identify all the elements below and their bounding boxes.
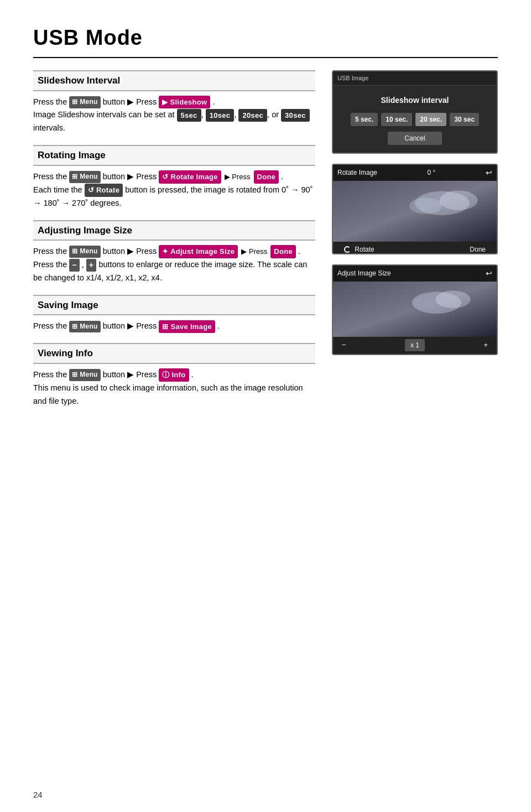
text-image-slideshow: Image Slideshow intervals can be set at [33, 110, 175, 119]
rotate-button-inline[interactable]: ↺ Rotate [85, 184, 123, 196]
plus-screen-button[interactable]: + [483, 340, 488, 351]
svg-point-2 [439, 190, 477, 210]
text-press-the-1: Press the [33, 97, 67, 106]
adjust-back-icon[interactable]: ↩ [486, 268, 492, 279]
menu-button-4[interactable]: ⊞ Menu [69, 321, 100, 333]
interval-30sec: 30sec [281, 109, 310, 122]
menu-button-3[interactable]: ⊞ Menu [69, 246, 100, 258]
adjust-screen-body: Adjust Image Size ↩ [333, 266, 497, 354]
menu-button-2[interactable]: ⊞ Menu [69, 171, 100, 183]
rotate-label[interactable]: Rotate [344, 244, 374, 254]
section-title-adjusting-image-size: Adjusting Image Size [33, 220, 315, 241]
screen-10sec[interactable]: 10 sec. [381, 113, 412, 126]
screen-30sec[interactable]: 30 sec [450, 113, 479, 126]
section-saving-image: Saving Image Press the ⊞ Menu button ▶ P… [33, 295, 315, 333]
adjust-controls-row: − x 1 + [333, 337, 497, 353]
text-press-the-5: Press the [33, 321, 67, 330]
section-title-slideshow-interval: Slideshow Interval [33, 70, 315, 91]
scale-label: x 1 [405, 339, 425, 351]
text-press-the-3: Press the [33, 247, 67, 256]
adjust-screen-title: Adjust Image Size [337, 268, 391, 278]
left-column: Slideshow Interval Press the ⊞ Menu butt… [33, 70, 315, 418]
interval-20sec: 20sec [238, 109, 267, 122]
section-body-adjusting-image-size: Press the ⊞ Menu button ▶ Press ✦ Adjust… [33, 245, 315, 285]
screen-20sec[interactable]: 20 sec. [415, 113, 446, 126]
section-title-rotating-image: Rotating Image [33, 145, 315, 166]
section-body-saving-image: Press the ⊞ Menu button ▶ Press ⊞ Save I… [33, 320, 315, 333]
text-dot-2: . [281, 172, 283, 181]
rotate-screen-body: Rotate Image 0 ° ↩ [333, 165, 497, 253]
screen-header-slideshow: USB Image [333, 71, 497, 86]
rotate-image-svg [333, 181, 497, 242]
arrow-right-2: ▶ Press [225, 171, 251, 183]
interval-5sec: 5sec [177, 109, 201, 122]
section-body-rotating-image: Press the ⊞ Menu button ▶ Press ↺ Rotate… [33, 170, 315, 210]
section-body-slideshow-interval: Press the ⊞ Menu button ▶ Press ▶ Slides… [33, 96, 315, 136]
done-button-rotate[interactable]: Done [254, 170, 279, 183]
text-this-menu: This menu is used to check image informa… [33, 383, 303, 405]
section-body-viewing-info: Press the ⊞ Menu button ▶ Press ⓘ Info .… [33, 368, 315, 408]
save-image-button[interactable]: ⊞ Save Image [159, 320, 215, 333]
text-button-press-5: button ▶ Press [103, 370, 157, 379]
text-comma-adjust: , [82, 260, 84, 269]
adjust-image-size-button[interactable]: ✦ Adjust Image Size [159, 245, 238, 258]
section-rotating-image: Rotating Image Press the ⊞ Menu button ▶… [33, 145, 315, 210]
arrow-right-3: ▶ Press [241, 246, 267, 257]
done-label-rotate[interactable]: Done [470, 244, 486, 254]
plus-button[interactable]: + [86, 259, 96, 272]
text-dot-4: . [217, 321, 220, 330]
info-button[interactable]: ⓘ Info [159, 368, 189, 381]
page-title: USB Mode [33, 22, 498, 54]
text-button-press-3: button ▶ Press [103, 247, 157, 256]
rotate-footer: Rotate Done [333, 242, 497, 254]
slideshow-interval-title: Slideshow interval [339, 95, 491, 106]
text-dot-1: . [212, 97, 215, 106]
text-press-the-4: Press the [33, 260, 67, 269]
text-dot-3: . [298, 247, 300, 256]
slideshow-screen-body: Slideshow interval 5 sec. 10 sec. 20 sec… [333, 86, 497, 153]
rotate-back-icon[interactable]: ↩ [486, 167, 492, 179]
section-slideshow-interval: Slideshow Interval Press the ⊞ Menu butt… [33, 70, 315, 135]
adjust-header-bar: Adjust Image Size ↩ [333, 266, 497, 282]
screen-cancel-button[interactable]: Cancel [388, 132, 441, 145]
comma-3: , or [267, 110, 279, 119]
screen-content-slideshow: Slideshow interval 5 sec. 10 sec. 20 sec… [333, 86, 497, 153]
rotate-image-button[interactable]: ↺ Rotate Image [159, 170, 221, 183]
done-button-adjust[interactable]: Done [270, 245, 296, 258]
text-each-time: Each time the [33, 185, 82, 194]
screen-slideshow-interval: USB Image Slideshow interval 5 sec. 10 s… [332, 70, 498, 154]
screen-adjust-image-size: Adjust Image Size ↩ [332, 264, 498, 355]
text-dot-5: . [191, 370, 194, 379]
text-press-the-6: Press the [33, 370, 67, 379]
adjust-image-svg [333, 282, 497, 337]
rotate-screen-title: Rotate Image [337, 168, 377, 178]
svg-point-3 [409, 197, 442, 214]
rotate-label-text: Rotate [355, 246, 374, 253]
menu-button-5[interactable]: ⊞ Menu [69, 369, 100, 381]
screen-rotate-image: Rotate Image 0 ° ↩ [332, 164, 498, 254]
svg-rect-4 [333, 282, 497, 336]
interval-buttons-row: 5 sec. 10 sec. 20 sec. 30 sec [339, 113, 491, 126]
text-button-press-4: button ▶ Press [103, 321, 157, 330]
title-rule [33, 57, 498, 58]
slideshow-button[interactable]: ▶ Slideshow [159, 96, 210, 108]
text-button-press-2: button ▶ Press [103, 172, 157, 181]
comma-1: , [201, 110, 204, 119]
minus-button[interactable]: − [69, 259, 79, 272]
minus-screen-button[interactable]: − [342, 340, 346, 351]
rotate-image-area [333, 181, 497, 242]
rotate-circle-icon [344, 246, 351, 253]
adjust-image-area [333, 282, 497, 337]
svg-point-6 [435, 290, 470, 308]
rotate-angle: 0 ° [428, 168, 436, 178]
menu-button-1[interactable]: ⊞ Menu [69, 96, 100, 108]
text-press-the-2: Press the [33, 172, 67, 181]
interval-10sec: 10sec [206, 109, 235, 122]
section-viewing-info: Viewing Info Press the ⊞ Menu button ▶ P… [33, 343, 315, 408]
adjust-footer: Done [333, 353, 497, 355]
screen-5sec[interactable]: 5 sec. [351, 113, 378, 126]
section-adjusting-image-size: Adjusting Image Size Press the ⊞ Menu bu… [33, 220, 315, 285]
main-layout: Slideshow Interval Press the ⊞ Menu butt… [33, 70, 498, 418]
section-title-viewing-info: Viewing Info [33, 343, 315, 364]
right-column: USB Image Slideshow interval 5 sec. 10 s… [332, 70, 498, 355]
